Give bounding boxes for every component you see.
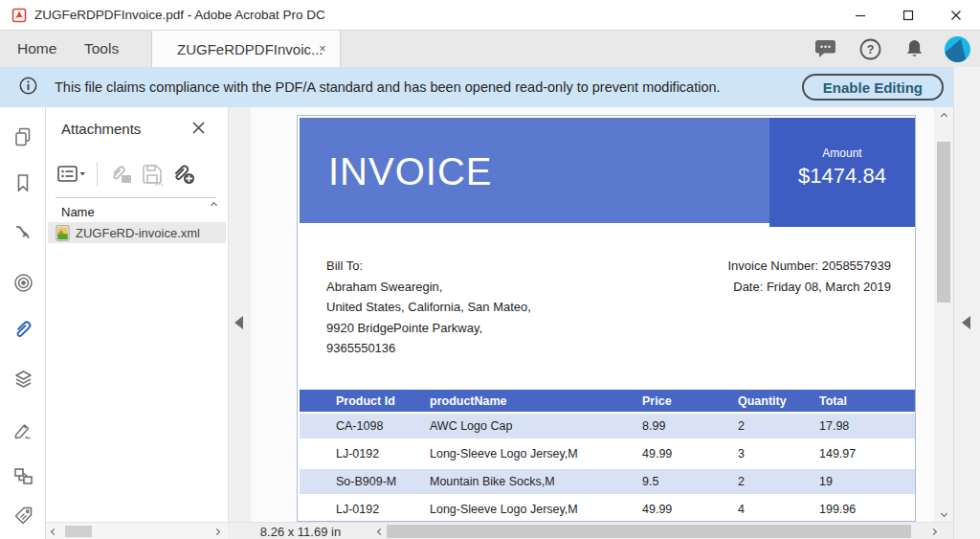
toolbar-divider (56, 197, 216, 198)
avatar-graphic (945, 36, 970, 62)
collapse-left-panel-icon[interactable] (234, 316, 243, 329)
document-scrollbar-thumb[interactable] (387, 525, 911, 538)
scroll-up-icon[interactable] (934, 107, 953, 124)
scroll-left-icon[interactable] (46, 523, 61, 539)
close-icon[interactable] (932, 0, 980, 31)
feedback-bubble-icon[interactable] (813, 35, 839, 62)
attachments-toolbar (54, 157, 220, 191)
attachments-paperclip-icon[interactable] (11, 318, 35, 343)
attachment-options-icon[interactable] (57, 165, 86, 184)
invoice-table-header: Product Id productName Price Quantity To… (300, 390, 915, 412)
invoice-number: Invoice Number: 2058557939 (727, 256, 891, 277)
scroll-right-icon[interactable] (926, 523, 940, 539)
page-thumbnails-icon[interactable] (11, 124, 35, 149)
name-column-header[interactable]: Name (61, 205, 95, 219)
invoice-banner: INVOICE Amount $1474.84 (300, 118, 915, 223)
bill-to-line: 9920 BridgePointe Parkway, (326, 318, 531, 339)
pdf-file-icon (11, 8, 27, 23)
bookmarks-icon[interactable] (11, 170, 35, 195)
info-icon (19, 77, 37, 99)
bill-to-label: Bill To: (326, 256, 531, 277)
attachments-close-icon[interactable] (191, 121, 207, 136)
attachments-scrollbar-thumb[interactable] (65, 526, 92, 537)
tab-bar: Home Tools ZUGFeRDPDFInvoic... × ? (0, 31, 980, 67)
add-attachment-icon[interactable] (171, 163, 196, 186)
notifications-bell-icon[interactable] (901, 35, 927, 62)
pdf-page: INVOICE Amount $1474.84 Bill To: Abraham… (297, 115, 916, 522)
invoice-table: Product Id productName Price Quantity To… (300, 390, 915, 522)
invoice-meta-block: Invoice Number: 2058557939 Date: Friday … (727, 256, 891, 297)
destinations-icon[interactable] (11, 220, 35, 245)
amount-value: $1474.84 (798, 164, 886, 189)
attachments-horizontal-scrollbar[interactable] (46, 523, 228, 539)
expand-right-panel-icon[interactable] (962, 316, 970, 329)
layers-icon[interactable] (11, 367, 35, 392)
articles-target-icon[interactable] (11, 270, 35, 295)
panel-splitter[interactable] (228, 107, 251, 522)
tab-document[interactable]: ZUGFeRDPDFInvoic... × (151, 31, 341, 67)
svg-text:?: ? (866, 43, 874, 56)
notification-message: This file claims compliance with the PDF… (55, 79, 721, 95)
minimize-icon[interactable] (836, 0, 884, 31)
invoice-table-row: So-B909-M Mountain Bike Socks,M 9.5 2 19 (300, 467, 915, 495)
invoice-amount-box: Amount $1474.84 (769, 118, 915, 227)
tags-icon[interactable] (11, 503, 35, 528)
scroll-right-icon[interactable] (209, 523, 224, 539)
title-bar: ZUGFeRDPDFInvoice.pdf - Adobe Acrobat Pr… (0, 0, 980, 31)
scroll-down-icon[interactable] (934, 505, 953, 522)
status-bar: 8.26 x 11.69 in (46, 522, 953, 539)
attachments-panel-title: Attachments (61, 121, 141, 137)
amount-label: Amount (822, 146, 861, 160)
bill-to-line: United States, California, San Mateo, (326, 297, 531, 318)
attachments-panel: Attachments (46, 107, 228, 522)
vertical-scrollbar-thumb[interactable] (937, 142, 950, 303)
pdfa-notification-bar: This file claims compliance with the PDF… (0, 67, 953, 107)
signatures-icon[interactable] (11, 418, 35, 443)
bill-to-line: 9365550136 (326, 338, 531, 359)
attachment-file-row[interactable]: ZUGFeRD-invoice.xml (48, 222, 226, 243)
document-canvas: INVOICE Amount $1474.84 Bill To: Abraham… (251, 107, 934, 522)
help-icon[interactable]: ? (857, 35, 883, 62)
bill-to-block: Bill To: Abraham Swearegin, United State… (326, 256, 531, 359)
invoice-table-row: LJ-0192 Long-Sleeve Logo Jersey,M 49.99 … (300, 495, 915, 522)
open-attachment-icon[interactable] (110, 164, 133, 185)
tab-tools[interactable]: Tools (84, 31, 119, 67)
tab-home[interactable]: Home (17, 31, 56, 67)
invoice-table-row: LJ-0192 Long-Sleeve Logo Jersey,M 49.99 … (300, 439, 915, 467)
enable-editing-button[interactable]: Enable Editing (802, 74, 944, 101)
scroll-left-icon[interactable] (373, 523, 387, 539)
save-attachment-icon[interactable] (141, 163, 164, 186)
order-panel-icon[interactable] (11, 463, 35, 488)
user-avatar[interactable] (945, 36, 970, 62)
invoice-date: Date: Friday 08, March 2019 (727, 277, 891, 298)
xml-file-icon (56, 225, 70, 241)
toolbar-separator (97, 162, 98, 187)
document-tab-close-icon[interactable]: × (315, 41, 330, 56)
maximize-icon[interactable] (884, 0, 932, 31)
invoice-title: INVOICE (328, 150, 492, 193)
document-tab-label: ZUGFeRDPDFInvoic... (177, 41, 323, 57)
vertical-scrollbar[interactable] (934, 107, 953, 522)
attachment-file-name: ZUGFeRD-invoice.xml (76, 226, 200, 240)
bill-to-line: Abraham Swearegin, (326, 277, 531, 298)
window-title: ZUGFeRDPDFInvoice.pdf - Adobe Acrobat Pr… (34, 8, 325, 22)
right-tools-strip (953, 67, 980, 539)
page-size-indicator: 8.26 x 11.69 in (228, 523, 373, 539)
navigation-sidebar (0, 107, 46, 539)
invoice-table-row: CA-1098 AWC Logo Cap 8.99 2 17.98 (300, 412, 915, 439)
sort-caret-icon[interactable] (212, 203, 216, 208)
document-horizontal-scrollbar[interactable] (373, 523, 953, 539)
